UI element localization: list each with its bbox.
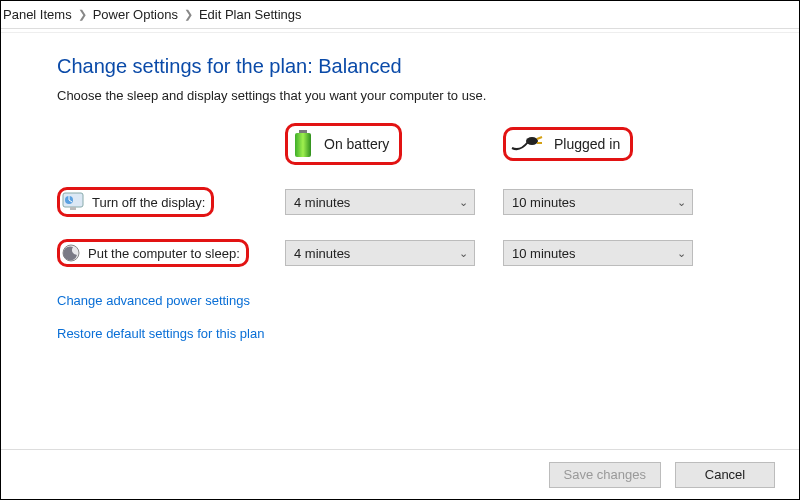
cancel-button[interactable]: Cancel bbox=[675, 462, 775, 488]
chevron-right-icon: ❯ bbox=[184, 8, 193, 21]
select-value: 4 minutes bbox=[294, 246, 350, 261]
plug-icon bbox=[510, 134, 544, 154]
select-value: 10 minutes bbox=[512, 195, 576, 210]
select-sleep-battery[interactable]: 4 minutes ⌄ bbox=[285, 240, 475, 266]
battery-icon bbox=[292, 130, 314, 158]
breadcrumb-item[interactable]: Panel Items bbox=[3, 7, 72, 22]
save-button[interactable]: Save changes bbox=[549, 462, 661, 488]
chevron-right-icon: ❯ bbox=[78, 8, 87, 21]
chevron-down-icon: ⌄ bbox=[677, 196, 686, 209]
settings-grid: On battery Plugged in bbox=[57, 123, 779, 267]
row-label-sleep: Put the computer to sleep: bbox=[57, 239, 249, 267]
column-header-label: Plugged in bbox=[554, 136, 620, 152]
page-title: Change settings for the plan: Balanced bbox=[57, 55, 779, 78]
monitor-icon bbox=[62, 192, 84, 212]
row-label-text: Turn off the display: bbox=[92, 195, 205, 210]
select-value: 4 minutes bbox=[294, 195, 350, 210]
breadcrumb-item[interactable]: Edit Plan Settings bbox=[199, 7, 302, 22]
breadcrumb-item[interactable]: Power Options bbox=[93, 7, 178, 22]
column-header-battery: On battery bbox=[285, 123, 402, 165]
link-restore-defaults[interactable]: Restore default settings for this plan bbox=[57, 326, 779, 341]
row-label-display: Turn off the display: bbox=[57, 187, 214, 217]
svg-rect-1 bbox=[295, 133, 311, 157]
svg-rect-7 bbox=[70, 207, 76, 210]
moon-icon bbox=[62, 244, 80, 262]
svg-point-2 bbox=[526, 137, 538, 145]
row-label-text: Put the computer to sleep: bbox=[88, 246, 240, 261]
main-content: Change settings for the plan: Balanced C… bbox=[1, 33, 799, 369]
breadcrumb: Panel Items ❯ Power Options ❯ Edit Plan … bbox=[1, 1, 799, 29]
column-header-plugged: Plugged in bbox=[503, 127, 633, 161]
select-value: 10 minutes bbox=[512, 246, 576, 261]
select-display-plugged[interactable]: 10 minutes ⌄ bbox=[503, 189, 693, 215]
column-header-label: On battery bbox=[324, 136, 389, 152]
svg-line-3 bbox=[537, 137, 542, 139]
chevron-down-icon: ⌄ bbox=[459, 247, 468, 260]
select-sleep-plugged[interactable]: 10 minutes ⌄ bbox=[503, 240, 693, 266]
chevron-down-icon: ⌄ bbox=[459, 196, 468, 209]
links-section: Change advanced power settings Restore d… bbox=[57, 293, 779, 341]
footer-bar: Save changes Cancel bbox=[1, 449, 799, 499]
page-description: Choose the sleep and display settings th… bbox=[57, 88, 779, 103]
select-display-battery[interactable]: 4 minutes ⌄ bbox=[285, 189, 475, 215]
svg-rect-0 bbox=[299, 130, 307, 133]
chevron-down-icon: ⌄ bbox=[677, 247, 686, 260]
link-advanced-settings[interactable]: Change advanced power settings bbox=[57, 293, 779, 308]
